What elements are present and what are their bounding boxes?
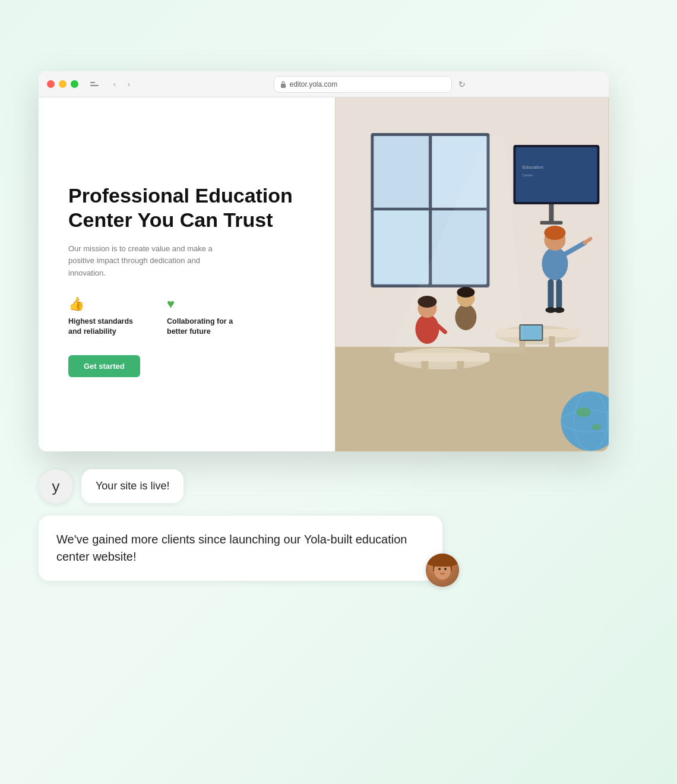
browser-content: Professional Education Center You Can Tr… — [39, 97, 609, 451]
forward-arrow-icon[interactable]: › — [124, 79, 134, 90]
classroom-image: Education Center — [335, 97, 609, 451]
heart-icon: ♥ — [167, 296, 244, 312]
hero-right: Education Center — [335, 97, 609, 451]
lock-icon — [280, 81, 286, 88]
svg-point-54 — [444, 568, 447, 570]
hero-description: Our mission is to create value and make … — [68, 243, 235, 280]
svg-rect-9 — [374, 210, 429, 283]
nav-arrows: ‹ › — [109, 79, 134, 90]
svg-point-46 — [577, 407, 591, 417]
url-text: editor.yola.com — [290, 80, 338, 88]
svg-rect-22 — [548, 279, 554, 309]
minimize-button[interactable] — [59, 80, 67, 88]
feature-1-label: Highest standards and reliability — [68, 317, 145, 337]
svg-rect-28 — [422, 361, 429, 385]
feature-item-2: ♥ Collaborating for a better future — [167, 296, 244, 337]
svg-rect-7 — [374, 136, 429, 208]
back-arrow-icon[interactable]: ‹ — [109, 79, 120, 90]
svg-point-52 — [434, 556, 451, 567]
address-bar-wrap: editor.yola.com ↻ — [140, 76, 600, 93]
hero-title: Professional Education Center You Can Tr… — [68, 184, 305, 232]
chat-section: y Your site is live! We've gained more c… — [39, 469, 573, 581]
svg-rect-29 — [457, 361, 464, 385]
chat-bubble-sent-box: We've gained more clients since launchin… — [39, 516, 442, 581]
hero-left: Professional Education Center You Can Tr… — [39, 97, 335, 451]
chat-bubble-sent: We've gained more clients since launchin… — [39, 516, 573, 581]
yola-avatar: y — [39, 469, 73, 504]
sidebar-toggle-icon[interactable] — [90, 80, 103, 89]
svg-rect-27 — [395, 353, 490, 362]
browser-toolbar: ‹ › editor.yola.com ↻ — [39, 71, 609, 97]
svg-point-47 — [592, 424, 602, 430]
feature-item-1: 👍 Highest standards and reliability — [68, 296, 145, 337]
svg-point-19 — [545, 226, 566, 240]
svg-point-53 — [438, 568, 441, 570]
chat-bubble-box-1: Your site is live! — [81, 469, 184, 503]
reload-icon[interactable]: ↻ — [457, 79, 467, 90]
get-started-button[interactable]: Get started — [68, 355, 140, 377]
svg-text:Center: Center — [523, 173, 533, 177]
svg-rect-14 — [540, 221, 563, 225]
browser-window: ‹ › editor.yola.com ↻ Professional Educa… — [39, 71, 609, 451]
user-avatar — [426, 554, 459, 587]
svg-rect-33 — [549, 336, 555, 357]
svg-point-25 — [554, 307, 565, 313]
close-button[interactable] — [47, 80, 55, 88]
thumbs-up-icon: 👍 — [68, 296, 145, 312]
svg-rect-23 — [556, 279, 562, 309]
address-bar[interactable]: editor.yola.com — [274, 76, 452, 93]
svg-rect-0 — [281, 84, 286, 88]
feature-2-label: Collaborating for a better future — [167, 317, 244, 337]
svg-point-51 — [434, 561, 451, 580]
chat-bubble-text-1: Your site is live! — [96, 480, 169, 492]
chat-bubble-text-2: We've gained more clients since launchin… — [56, 533, 407, 563]
maximize-button[interactable] — [71, 80, 78, 88]
svg-text:Education: Education — [523, 165, 544, 170]
svg-rect-13 — [549, 204, 554, 222]
traffic-lights — [47, 80, 78, 88]
feature-icons: 👍 Highest standards and reliability ♥ Co… — [68, 296, 305, 337]
user-avatar-inner — [426, 554, 459, 587]
chat-bubble-received: y Your site is live! — [39, 469, 573, 504]
